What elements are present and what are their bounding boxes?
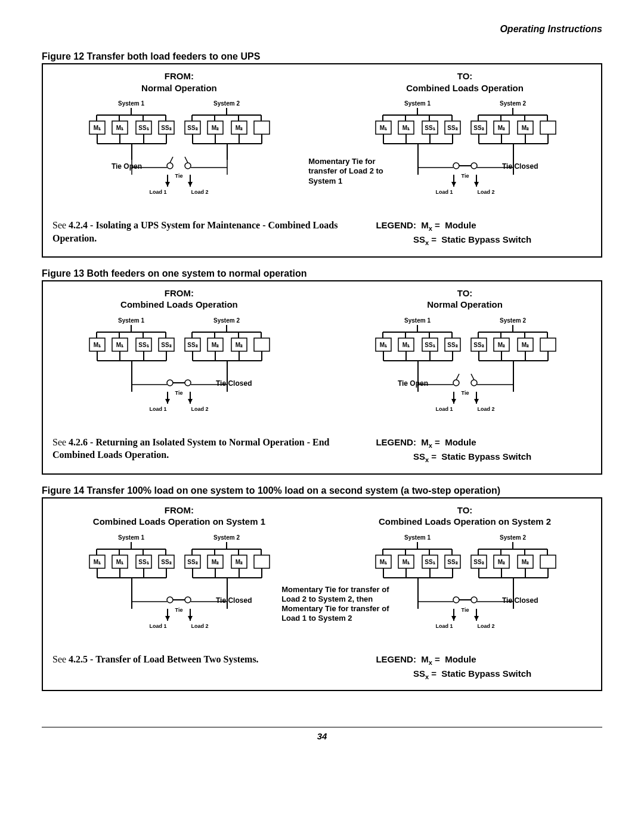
legend: LEGEND: Mx = Module SSx = Static Bypass … xyxy=(376,653,592,682)
svg-text:Tie Closed: Tie Closed xyxy=(502,162,538,171)
svg-text:Load 1: Load 1 xyxy=(435,406,453,412)
svg-marker-270 xyxy=(188,616,193,621)
svg-text:SS₂: SS₂ xyxy=(188,559,198,565)
svg-text:SS₂: SS₂ xyxy=(473,125,484,131)
from-desc: Combined Loads Operation xyxy=(120,299,238,309)
see-reference: See 4.2.5 - Transfer of Load Between Two… xyxy=(52,653,349,682)
svg-text:Tie Closed: Tie Closed xyxy=(216,379,252,388)
svg-marker-323 xyxy=(451,616,456,621)
from-desc: Combined Loads Operation on System 1 xyxy=(93,516,265,527)
svg-point-207 xyxy=(471,380,477,386)
page-footer: 34 xyxy=(42,727,602,741)
svg-text:System 1: System 1 xyxy=(118,100,144,107)
to-desc: Combined Loads Operation on System 2 xyxy=(379,516,551,527)
svg-point-261 xyxy=(167,597,173,603)
see-reference: See 4.2.4 - Isolating a UPS System for M… xyxy=(52,219,349,248)
svg-text:M₂: M₂ xyxy=(521,342,528,348)
page-header: Operating Instructions xyxy=(42,24,602,35)
svg-text:SS₂: SS₂ xyxy=(447,342,457,348)
svg-text:Load 2: Load 2 xyxy=(477,189,494,195)
svg-text:SS₁: SS₁ xyxy=(425,559,435,565)
svg-point-41 xyxy=(167,163,173,169)
svg-marker-215 xyxy=(451,399,456,404)
svg-text:Load 2: Load 2 xyxy=(191,189,209,195)
svg-text:M₁: M₁ xyxy=(116,559,123,565)
svg-text:Tie Open: Tie Open xyxy=(397,379,428,388)
svg-text:M₂: M₂ xyxy=(212,559,219,565)
svg-text:SS₂: SS₂ xyxy=(188,342,198,348)
svg-text:M₂: M₂ xyxy=(236,559,243,565)
svg-text:Tie: Tie xyxy=(175,607,183,613)
svg-point-316 xyxy=(471,597,477,603)
svg-point-98 xyxy=(453,163,459,169)
figure-caption: Figure 12 Transfer both load feeders to … xyxy=(42,51,602,62)
svg-point-262 xyxy=(185,597,191,603)
svg-text:System 2: System 2 xyxy=(500,100,526,107)
svg-point-206 xyxy=(453,380,459,386)
svg-rect-132 xyxy=(254,338,270,351)
svg-text:System 2: System 2 xyxy=(213,317,240,324)
svg-text:M₁: M₁ xyxy=(379,559,386,565)
svg-text:Tie: Tie xyxy=(461,390,469,396)
svg-text:SS₂: SS₂ xyxy=(162,342,172,348)
svg-text:System 1: System 1 xyxy=(118,317,144,324)
svg-rect-241 xyxy=(254,555,270,568)
svg-marker-107 xyxy=(474,182,479,187)
diagram-to: System 1System 2 M₁M₁SS₁SS₂SS₂M₂M₂ Tie L… xyxy=(364,314,566,428)
svg-text:Load 1: Load 1 xyxy=(150,406,167,412)
svg-text:SS₂: SS₂ xyxy=(447,125,457,131)
to-label: TO: xyxy=(457,71,473,81)
legend: LEGEND: Mx = Module SSx = Static Bypass … xyxy=(376,436,592,465)
svg-marker-216 xyxy=(474,399,479,404)
svg-marker-52 xyxy=(165,182,170,187)
svg-text:System 2: System 2 xyxy=(500,534,526,541)
svg-text:SS₂: SS₂ xyxy=(188,125,198,131)
svg-marker-106 xyxy=(451,182,456,187)
svg-rect-78 xyxy=(540,121,556,134)
svg-text:M₂: M₂ xyxy=(236,125,243,131)
svg-text:M₁: M₁ xyxy=(94,559,101,565)
svg-text:System 2: System 2 xyxy=(213,534,240,541)
to-desc: Normal Operation xyxy=(427,299,503,309)
svg-text:M₂: M₂ xyxy=(521,125,528,131)
svg-text:M₁: M₁ xyxy=(402,342,409,348)
svg-text:Load 2: Load 2 xyxy=(477,623,494,629)
svg-text:M₂: M₂ xyxy=(497,559,504,565)
momentary-note: Momentary Tie for transfer of Load 2 to … xyxy=(308,157,392,186)
from-desc: Normal Operation xyxy=(141,83,217,93)
diagram-from: System 1System 2 M₁M₁SS₁SS₂SS₂M₂M₂ Tie L… xyxy=(78,531,280,645)
svg-text:SS₁: SS₁ xyxy=(139,342,149,348)
svg-text:M₂: M₂ xyxy=(497,125,504,131)
svg-text:System 2: System 2 xyxy=(213,100,240,107)
svg-text:Tie: Tie xyxy=(461,173,469,179)
diagram-from: System 1System 2 M₁M₁SS₁SS₂SS₂M₂M₂ Tie L… xyxy=(78,314,280,428)
figure-box: FROM: Normal Operation System 1 System 2 xyxy=(42,63,602,258)
to-desc: Combined Loads Operation xyxy=(406,83,524,93)
figure-box: FROM: Combined Loads Operation on System… xyxy=(42,497,602,692)
svg-text:SS₂: SS₂ xyxy=(447,559,457,565)
svg-marker-53 xyxy=(188,182,193,187)
svg-marker-269 xyxy=(165,616,170,621)
svg-marker-161 xyxy=(188,399,193,404)
svg-text:Tie: Tie xyxy=(175,173,183,179)
svg-line-47 xyxy=(170,157,173,163)
svg-text:M₁: M₁ xyxy=(379,125,386,131)
svg-text:M₁: M₁ xyxy=(116,342,123,348)
svg-text:SS₁: SS₁ xyxy=(425,125,435,131)
svg-marker-324 xyxy=(474,616,479,621)
figure-box: FROM: Combined Loads Operation System 1S… xyxy=(42,280,602,475)
svg-text:Tie: Tie xyxy=(175,390,183,396)
svg-text:System 1: System 1 xyxy=(118,534,144,541)
svg-text:SS₁: SS₁ xyxy=(139,559,149,565)
svg-text:SS₂: SS₂ xyxy=(162,125,172,131)
svg-line-210 xyxy=(456,374,459,380)
svg-text:System 1: System 1 xyxy=(404,100,431,107)
svg-line-48 xyxy=(185,157,188,163)
svg-point-42 xyxy=(185,163,191,169)
svg-rect-295 xyxy=(540,555,556,568)
to-label: TO: xyxy=(457,288,473,298)
svg-rect-20 xyxy=(254,121,270,134)
diagram-from: System 1 System 2 xyxy=(78,97,280,210)
svg-text:System 1: System 1 xyxy=(404,317,431,324)
svg-text:M₁: M₁ xyxy=(116,125,123,131)
